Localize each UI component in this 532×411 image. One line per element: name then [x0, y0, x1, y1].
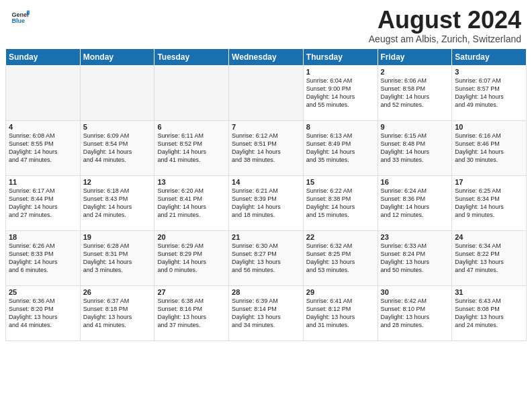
day-number: 7	[232, 123, 300, 131]
calendar-day-cell: 18Sunrise: 6:26 AM Sunset: 8:33 PM Dayli…	[6, 231, 81, 286]
day-of-week-header: Sunday	[6, 49, 81, 66]
day-number: 5	[83, 123, 152, 131]
calendar-day-cell: 7Sunrise: 6:12 AM Sunset: 8:51 PM Daylig…	[229, 121, 304, 176]
day-info: Sunrise: 6:36 AM Sunset: 8:20 PM Dayligh…	[9, 297, 77, 330]
day-number: 8	[306, 123, 375, 131]
day-info: Sunrise: 6:39 AM Sunset: 8:14 PM Dayligh…	[232, 297, 300, 330]
calendar-day-cell: 9Sunrise: 6:15 AM Sunset: 8:48 PM Daylig…	[378, 121, 452, 176]
day-info: Sunrise: 6:24 AM Sunset: 8:36 PM Dayligh…	[381, 187, 449, 220]
day-info: Sunrise: 6:43 AM Sunset: 8:08 PM Dayligh…	[455, 297, 523, 330]
calendar-day-cell: 12Sunrise: 6:18 AM Sunset: 8:43 PM Dayli…	[80, 176, 154, 231]
calendar-day-cell: 30Sunrise: 6:42 AM Sunset: 8:10 PM Dayli…	[378, 286, 452, 341]
logo: General Blue	[11, 8, 30, 27]
calendar-day-cell: 29Sunrise: 6:41 AM Sunset: 8:12 PM Dayli…	[303, 286, 378, 341]
day-number: 2	[381, 68, 449, 76]
day-info: Sunrise: 6:16 AM Sunset: 8:46 PM Dayligh…	[455, 132, 523, 165]
day-number: 21	[232, 233, 300, 241]
day-number: 27	[157, 288, 226, 296]
day-number: 29	[306, 288, 375, 296]
day-info: Sunrise: 6:15 AM Sunset: 8:48 PM Dayligh…	[381, 132, 449, 165]
day-number: 10	[455, 123, 523, 131]
calendar-day-cell: 28Sunrise: 6:39 AM Sunset: 8:14 PM Dayli…	[229, 286, 304, 341]
day-info: Sunrise: 6:22 AM Sunset: 8:38 PM Dayligh…	[306, 187, 375, 220]
day-info: Sunrise: 6:37 AM Sunset: 8:18 PM Dayligh…	[83, 297, 152, 330]
day-number: 19	[83, 233, 152, 241]
calendar-day-cell	[229, 66, 304, 121]
calendar-day-cell: 4Sunrise: 6:08 AM Sunset: 8:55 PM Daylig…	[6, 121, 81, 176]
day-number: 14	[232, 178, 300, 186]
day-info: Sunrise: 6:38 AM Sunset: 8:16 PM Dayligh…	[157, 297, 226, 330]
day-number: 23	[381, 233, 449, 241]
calendar-day-cell: 15Sunrise: 6:22 AM Sunset: 8:38 PM Dayli…	[303, 176, 378, 231]
day-number: 28	[232, 288, 300, 296]
calendar-week-row: 11Sunrise: 6:17 AM Sunset: 8:44 PM Dayli…	[6, 176, 527, 231]
calendar-day-cell: 6Sunrise: 6:11 AM Sunset: 8:52 PM Daylig…	[154, 121, 229, 176]
calendar-day-cell: 16Sunrise: 6:24 AM Sunset: 8:36 PM Dayli…	[378, 176, 452, 231]
calendar-day-cell: 1Sunrise: 6:04 AM Sunset: 9:00 PM Daylig…	[303, 66, 378, 121]
day-info: Sunrise: 6:29 AM Sunset: 8:29 PM Dayligh…	[157, 242, 226, 275]
day-info: Sunrise: 6:07 AM Sunset: 8:57 PM Dayligh…	[455, 77, 523, 109]
calendar-day-cell: 19Sunrise: 6:28 AM Sunset: 8:31 PM Dayli…	[80, 231, 154, 286]
day-info: Sunrise: 6:06 AM Sunset: 8:58 PM Dayligh…	[381, 77, 449, 109]
day-info: Sunrise: 6:34 AM Sunset: 8:22 PM Dayligh…	[455, 242, 523, 275]
day-info: Sunrise: 6:41 AM Sunset: 8:12 PM Dayligh…	[306, 297, 375, 330]
day-info: Sunrise: 6:13 AM Sunset: 8:49 PM Dayligh…	[306, 132, 375, 165]
location-subtitle: Aeugst am Albis, Zurich, Switzerland	[369, 34, 521, 44]
header: General Blue August 2024 Aeugst am Albis…	[0, 0, 532, 48]
day-info: Sunrise: 6:30 AM Sunset: 8:27 PM Dayligh…	[232, 242, 300, 275]
logo-icon: General Blue	[11, 8, 30, 27]
calendar-day-cell: 31Sunrise: 6:43 AM Sunset: 8:08 PM Dayli…	[452, 286, 527, 341]
day-info: Sunrise: 6:26 AM Sunset: 8:33 PM Dayligh…	[9, 242, 77, 275]
calendar-week-row: 4Sunrise: 6:08 AM Sunset: 8:55 PM Daylig…	[6, 121, 527, 176]
day-number: 13	[157, 178, 226, 186]
calendar-day-cell: 14Sunrise: 6:21 AM Sunset: 8:39 PM Dayli…	[229, 176, 304, 231]
day-number: 25	[9, 288, 77, 296]
day-info: Sunrise: 6:11 AM Sunset: 8:52 PM Dayligh…	[157, 132, 226, 165]
calendar-day-cell	[154, 66, 229, 121]
calendar-day-cell: 8Sunrise: 6:13 AM Sunset: 8:49 PM Daylig…	[303, 121, 378, 176]
day-info: Sunrise: 6:33 AM Sunset: 8:24 PM Dayligh…	[381, 242, 449, 275]
day-number: 17	[455, 178, 523, 186]
calendar-day-cell: 20Sunrise: 6:29 AM Sunset: 8:29 PM Dayli…	[154, 231, 229, 286]
day-number: 3	[455, 68, 523, 76]
day-number: 6	[157, 123, 226, 131]
day-of-week-header: Saturday	[452, 49, 527, 66]
day-info: Sunrise: 6:04 AM Sunset: 9:00 PM Dayligh…	[306, 77, 375, 109]
day-number: 24	[455, 233, 523, 241]
day-info: Sunrise: 6:21 AM Sunset: 8:39 PM Dayligh…	[232, 187, 300, 220]
day-info: Sunrise: 6:28 AM Sunset: 8:31 PM Dayligh…	[83, 242, 152, 275]
day-info: Sunrise: 6:08 AM Sunset: 8:55 PM Dayligh…	[9, 132, 77, 165]
calendar-day-cell: 24Sunrise: 6:34 AM Sunset: 8:22 PM Dayli…	[452, 231, 527, 286]
calendar-week-row: 25Sunrise: 6:36 AM Sunset: 8:20 PM Dayli…	[6, 286, 527, 341]
calendar-day-cell: 23Sunrise: 6:33 AM Sunset: 8:24 PM Dayli…	[378, 231, 452, 286]
calendar-day-cell: 22Sunrise: 6:32 AM Sunset: 8:25 PM Dayli…	[303, 231, 378, 286]
calendar-day-cell: 27Sunrise: 6:38 AM Sunset: 8:16 PM Dayli…	[154, 286, 229, 341]
calendar-day-cell: 2Sunrise: 6:06 AM Sunset: 8:58 PM Daylig…	[378, 66, 452, 121]
calendar-day-cell: 11Sunrise: 6:17 AM Sunset: 8:44 PM Dayli…	[6, 176, 81, 231]
day-number: 30	[381, 288, 449, 296]
calendar-header-row: SundayMondayTuesdayWednesdayThursdayFrid…	[6, 49, 527, 66]
day-info: Sunrise: 6:25 AM Sunset: 8:34 PM Dayligh…	[455, 187, 523, 220]
day-number: 18	[9, 233, 77, 241]
calendar-day-cell: 3Sunrise: 6:07 AM Sunset: 8:57 PM Daylig…	[452, 66, 527, 121]
day-number: 12	[83, 178, 152, 186]
day-number: 9	[381, 123, 449, 131]
day-number: 26	[83, 288, 152, 296]
day-number: 20	[157, 233, 226, 241]
day-number: 16	[381, 178, 449, 186]
day-number: 31	[455, 288, 523, 296]
day-number: 1	[306, 68, 375, 76]
day-of-week-header: Friday	[378, 49, 452, 66]
calendar-day-cell: 21Sunrise: 6:30 AM Sunset: 8:27 PM Dayli…	[229, 231, 304, 286]
calendar-table: SundayMondayTuesdayWednesdayThursdayFrid…	[5, 48, 527, 341]
day-info: Sunrise: 6:20 AM Sunset: 8:41 PM Dayligh…	[157, 187, 226, 220]
calendar-week-row: 1Sunrise: 6:04 AM Sunset: 9:00 PM Daylig…	[6, 66, 527, 121]
day-info: Sunrise: 6:42 AM Sunset: 8:10 PM Dayligh…	[381, 297, 449, 330]
day-info: Sunrise: 6:09 AM Sunset: 8:54 PM Dayligh…	[83, 132, 152, 165]
title-area: August 2024 Aeugst am Albis, Zurich, Swi…	[369, 8, 521, 44]
day-number: 22	[306, 233, 375, 241]
calendar-day-cell: 25Sunrise: 6:36 AM Sunset: 8:20 PM Dayli…	[6, 286, 81, 341]
svg-text:Blue: Blue	[11, 17, 25, 24]
month-title: August 2024	[369, 8, 521, 32]
calendar-day-cell: 5Sunrise: 6:09 AM Sunset: 8:54 PM Daylig…	[80, 121, 154, 176]
